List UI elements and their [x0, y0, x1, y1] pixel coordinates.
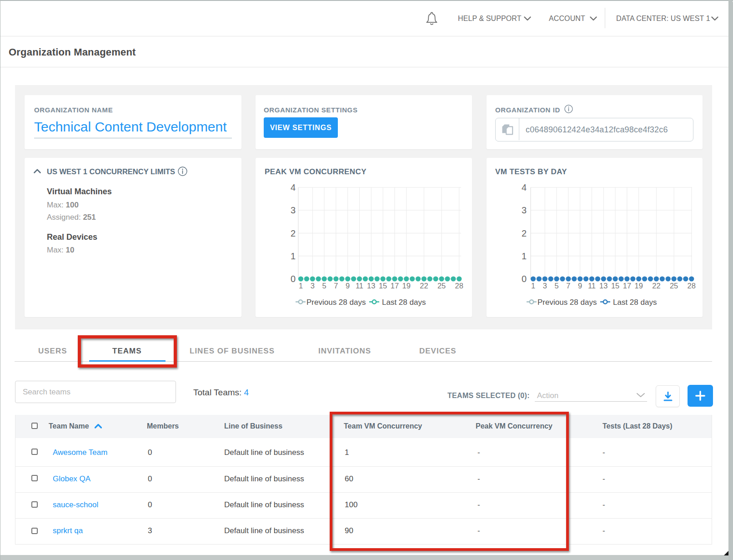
svg-text:15: 15 [379, 282, 387, 290]
svg-text:22: 22 [652, 282, 660, 290]
svg-text:0: 0 [291, 274, 296, 284]
svg-text:9: 9 [578, 282, 582, 290]
svg-text:19: 19 [635, 282, 643, 290]
svg-text:1: 1 [522, 251, 527, 261]
svg-text:25: 25 [437, 282, 446, 290]
svg-text:1: 1 [531, 282, 535, 290]
svg-text:25: 25 [670, 282, 678, 290]
svg-text:28: 28 [455, 282, 463, 290]
svg-text:28: 28 [688, 282, 696, 290]
svg-text:3: 3 [543, 282, 547, 290]
svg-text:19: 19 [402, 282, 411, 290]
svg-text:13: 13 [367, 282, 375, 290]
svg-text:7: 7 [566, 282, 570, 290]
svg-text:13: 13 [599, 282, 607, 290]
svg-text:15: 15 [611, 282, 619, 290]
svg-text:7: 7 [334, 282, 338, 290]
svg-text:22: 22 [420, 282, 428, 290]
svg-text:5: 5 [322, 282, 326, 290]
svg-text:5: 5 [555, 282, 559, 290]
svg-text:Last 28 days: Last 28 days [613, 298, 657, 307]
svg-text:Last 28 days: Last 28 days [382, 298, 426, 307]
svg-text:3: 3 [522, 205, 527, 215]
svg-text:1: 1 [291, 251, 296, 261]
svg-text:Previous 28 days: Previous 28 days [306, 298, 366, 307]
svg-text:9: 9 [346, 282, 350, 290]
svg-text:17: 17 [391, 282, 399, 290]
svg-text:2: 2 [522, 228, 527, 238]
svg-text:1: 1 [299, 282, 303, 290]
svg-text:Previous 28 days: Previous 28 days [537, 298, 597, 307]
svg-text:11: 11 [588, 282, 596, 290]
svg-text:0: 0 [522, 274, 527, 284]
svg-text:3: 3 [311, 282, 315, 290]
svg-text:4: 4 [291, 182, 296, 192]
svg-text:4: 4 [522, 182, 527, 192]
svg-text:11: 11 [356, 282, 363, 290]
svg-text:17: 17 [623, 282, 631, 290]
svg-text:2: 2 [291, 228, 296, 238]
svg-text:3: 3 [291, 205, 296, 215]
